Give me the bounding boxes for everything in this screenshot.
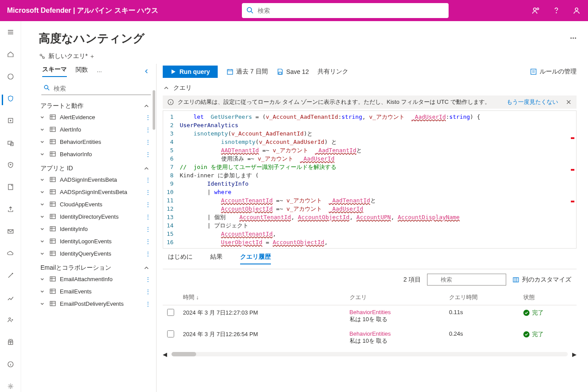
row-checkbox[interactable] <box>167 309 174 316</box>
nav-shield2-icon[interactable] <box>2 159 19 171</box>
chevron-down-icon <box>40 301 46 306</box>
schema-scrollbar[interactable] <box>153 90 156 363</box>
horizontal-scrollbar[interactable]: ◀▶ <box>163 351 577 357</box>
info-dismiss-link[interactable]: もう一度見たくない <box>507 98 558 106</box>
schema-table[interactable]: AlertInfo ⋮ <box>39 123 153 136</box>
nav-user-icon[interactable] <box>2 314 19 326</box>
account-icon[interactable] <box>572 6 581 15</box>
svg-rect-43 <box>50 202 55 206</box>
share-link-button[interactable]: 共有リンク <box>318 68 348 76</box>
schema-table[interactable]: IdentityInfo ⋮ <box>39 223 153 235</box>
run-query-button[interactable]: Run query <box>163 66 218 78</box>
people-icon[interactable] <box>532 6 541 15</box>
nav-action-icon[interactable] <box>2 115 19 126</box>
chevron-up-icon <box>143 103 150 110</box>
svg-point-16 <box>9 318 11 319</box>
col-duration[interactable]: クエリ時間 <box>445 290 519 305</box>
table-name: EmailAttachmentInfo <box>60 276 113 282</box>
chevron-up-icon <box>143 264 150 271</box>
add-tab-button[interactable]: + <box>90 53 94 60</box>
history-row[interactable]: 2024 年 3 月 7日12:26:54 PM BehaviorEntitie… <box>163 327 577 348</box>
customize-columns-button[interactable]: 列のカスタマイズ <box>512 276 571 284</box>
nav-chart-icon[interactable] <box>2 292 19 304</box>
history-row[interactable]: 2024 年 3 月 7日12:27:03 PM BehaviorEntitie… <box>163 305 577 327</box>
nav-share-icon[interactable] <box>2 203 19 215</box>
history-search-input[interactable] <box>427 274 506 286</box>
nav-page-icon[interactable] <box>2 181 19 193</box>
col-status[interactable]: 状態 <box>519 290 577 305</box>
schema-table[interactable]: BehaviorInfo ⋮ <box>39 148 153 160</box>
svg-point-3 <box>537 8 539 10</box>
svg-rect-55 <box>50 251 55 256</box>
query-tab[interactable]: 新しいクエリ* <box>39 52 88 60</box>
table-icon <box>49 126 56 133</box>
collapse-panel-icon[interactable] <box>143 68 150 75</box>
sort-down-icon: ↓ <box>196 294 199 300</box>
code-editor[interactable]: 12345678910111213141516 let GetUserPeers… <box>163 110 577 249</box>
nav-home-icon[interactable] <box>2 48 19 60</box>
table-name: AADSpnSignInEventsBeta <box>60 189 127 195</box>
nav-hamburger-icon[interactable] <box>2 26 19 38</box>
table-name: IdentityLogonEvents <box>60 238 112 245</box>
save-button[interactable]: Save 12 <box>277 68 309 75</box>
nav-mail-icon[interactable] <box>2 226 19 237</box>
tab-results[interactable]: 結果 <box>210 253 223 264</box>
time-range-picker[interactable]: 過去 7 日間 <box>226 68 268 76</box>
schema-table[interactable]: EmailEvents ⋮ <box>39 285 153 297</box>
nav-circle-icon[interactable] <box>2 71 19 82</box>
brand-title: Microsoft Defender | アルパイン スキー ハウス <box>7 6 158 15</box>
nav-gift-icon[interactable] <box>2 336 19 348</box>
col-time[interactable]: 時間 ↓ <box>179 290 345 305</box>
history-query-link[interactable]: BehaviorEntities <box>350 309 440 315</box>
nav-device-icon[interactable] <box>2 137 19 148</box>
col-query[interactable]: クエリ <box>345 290 445 305</box>
chevron-down-icon <box>40 276 46 282</box>
table-name: EmailEvents <box>60 288 91 295</box>
chevron-down-icon <box>40 238 46 244</box>
global-search-input[interactable] <box>242 3 449 18</box>
collapse-query-icon[interactable] <box>163 84 170 92</box>
schema-table[interactable]: CloudAppEvents ⋮ <box>39 198 153 210</box>
more-icon[interactable]: ··· <box>570 34 577 43</box>
schema-table[interactable]: AlertEvidence ⋮ <box>39 111 153 123</box>
schema-table[interactable]: EmailPostDeliveryEvents ⋮ <box>39 297 153 310</box>
schema-table[interactable]: IdentityDirectoryEvents ⋮ <box>39 210 153 223</box>
schema-table[interactable]: EmailAttachmentInfo ⋮ <box>39 273 153 285</box>
error-markers <box>571 137 574 202</box>
schema-table[interactable]: AADSignInEventsBeta ⋮ <box>39 173 153 186</box>
svg-rect-49 <box>50 227 55 231</box>
nav-settings-icon[interactable] <box>2 381 19 392</box>
query-section-label: クエリ <box>173 84 192 92</box>
table-name: EmailPostDeliveryEvents <box>60 300 124 307</box>
history-query-link[interactable]: BehaviorEntities <box>350 330 440 337</box>
tab-getting-started[interactable]: はじめに <box>168 253 193 264</box>
manage-rules-button[interactable]: ルールの管理 <box>530 68 577 76</box>
close-icon[interactable] <box>565 99 572 106</box>
tab-functions[interactable]: 関数 <box>76 66 88 77</box>
schema-table[interactable]: IdentityQueryEvents ⋮ <box>39 247 153 260</box>
schema-table[interactable]: IdentityLogonEvents ⋮ <box>39 235 153 247</box>
schema-group[interactable]: アプリと ID <box>39 160 153 173</box>
table-name: CloudAppEvents <box>60 201 102 208</box>
svg-rect-67 <box>227 70 233 74</box>
help-icon[interactable] <box>552 6 561 15</box>
tab-query-history[interactable]: クエリ履歴 <box>240 253 271 264</box>
schema-group[interactable]: アラートと動作 <box>39 98 153 111</box>
table-icon <box>49 188 56 195</box>
nav-info-icon[interactable] <box>2 358 19 370</box>
nav-wand-icon[interactable] <box>2 270 19 281</box>
svg-point-0 <box>247 7 252 12</box>
tab-schema[interactable]: スキーマ <box>42 66 67 77</box>
row-checkbox[interactable] <box>167 330 174 337</box>
table-icon <box>49 275 56 282</box>
schema-table[interactable]: AADSpnSignInEventsBeta ⋮ <box>39 186 153 198</box>
svg-point-4 <box>556 13 557 13</box>
schema-group[interactable]: Emailとコラボレーション <box>39 260 153 273</box>
nav-cloud-icon[interactable] <box>2 248 19 259</box>
schema-search-input[interactable] <box>41 82 151 95</box>
more-icon[interactable]: ··· <box>97 68 102 75</box>
svg-point-2 <box>533 8 536 11</box>
schema-table[interactable]: BehaviorEntities ⋮ <box>39 136 153 148</box>
nav-shield-icon[interactable] <box>2 93 19 104</box>
svg-line-1 <box>251 11 253 13</box>
